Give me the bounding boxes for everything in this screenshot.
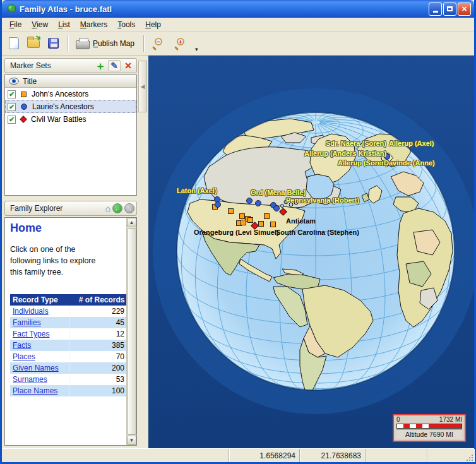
- add-marker-set-button[interactable]: ＋: [94, 60, 107, 71]
- map-circle-marker[interactable]: [215, 201, 221, 208]
- record-table-row: Facts385: [10, 340, 128, 351]
- map-circle-marker[interactable]: [273, 205, 280, 211]
- scroll-up-icon[interactable]: ▲: [127, 218, 136, 227]
- content-area: Marker Sets ＋ ✎ ✕ Title ✔John's Ancestor…: [2, 56, 474, 448]
- minimize-button[interactable]: [429, 3, 442, 16]
- panel-splitter[interactable]: ◀: [137, 56, 148, 448]
- record-type-link[interactable]: Families: [13, 318, 41, 327]
- record-table-row: Surnames53: [10, 374, 128, 385]
- scroll-down-icon[interactable]: ▼: [127, 436, 136, 445]
- map-label: Allerup (Anders Kristian): [304, 150, 386, 157]
- explorer-scrollbar[interactable]: ▲ ▼: [126, 218, 136, 445]
- map-square-marker[interactable]: [264, 213, 270, 219]
- map-square-marker[interactable]: [247, 217, 253, 223]
- record-type-link[interactable]: Fact Types: [13, 330, 49, 338]
- map-circle-marker[interactable]: [255, 200, 261, 206]
- delete-marker-set-button[interactable]: ✕: [122, 60, 134, 71]
- maximize-button[interactable]: [443, 3, 456, 16]
- marker-sets-title: Marker Sets: [10, 61, 93, 70]
- checkbox-icon[interactable]: ✔: [8, 90, 16, 98]
- record-count-value: 12: [69, 328, 127, 340]
- record-table-row: Place Names100: [10, 385, 128, 396]
- home-button[interactable]: ⌂: [105, 203, 110, 213]
- family-explorer-title: Family Explorer: [10, 204, 104, 213]
- open-button[interactable]: [24, 36, 43, 51]
- back-button[interactable]: ←: [112, 203, 122, 213]
- record-type-link[interactable]: Places: [13, 352, 35, 361]
- publish-map-label: Publish Map: [93, 39, 134, 48]
- scrollbar-thumb[interactable]: [127, 228, 136, 435]
- zoom-in-icon: +: [174, 37, 187, 51]
- window-title: Family Atlas - bruce.fatl: [20, 4, 427, 14]
- record-count-value: 385: [69, 340, 127, 351]
- map-label: Sdr. Naera (Soren): [326, 140, 386, 147]
- scale-max-label: 1732 MI: [439, 416, 462, 424]
- marker-set-label: Laurie's Ancestors: [32, 102, 94, 111]
- map-square-marker[interactable]: [241, 220, 246, 225]
- checkbox-icon[interactable]: ✔: [8, 103, 16, 111]
- menu-view[interactable]: View: [27, 18, 53, 31]
- square-marker-icon: [21, 92, 27, 97]
- edit-marker-set-button[interactable]: ✎: [108, 60, 121, 71]
- marker-sets-listbox: Title ✔John's Ancestors✔Laurie's Ancesto…: [4, 74, 137, 196]
- publish-map-button[interactable]: Publish Map: [73, 35, 138, 52]
- record-type-link[interactable]: Individuals: [13, 307, 49, 316]
- record-table-row: Families45: [10, 317, 128, 328]
- toolbar-separator: [143, 35, 145, 52]
- map-square-marker[interactable]: [270, 222, 276, 227]
- record-type-link[interactable]: Facts: [13, 341, 31, 350]
- title-bar[interactable]: Family Atlas - bruce.fatl ✕: [2, 0, 474, 18]
- marker-sets-column-header[interactable]: Title: [5, 75, 136, 88]
- record-type-header: Record Type: [10, 294, 69, 306]
- marker-set-row[interactable]: ✔John's Ancestors: [5, 88, 136, 100]
- record-count-value: 229: [69, 306, 127, 317]
- record-type-link[interactable]: Given Names: [13, 364, 59, 372]
- save-floppy-icon: [48, 38, 59, 49]
- menu-file[interactable]: File: [4, 18, 27, 31]
- map-label: Pennsylvania (Robert): [286, 196, 359, 204]
- record-type-link[interactable]: Place Names: [13, 386, 57, 395]
- status-pane-extra: [366, 449, 427, 462]
- close-button[interactable]: ✕: [458, 3, 471, 16]
- checkbox-icon[interactable]: ✔: [8, 116, 16, 124]
- menu-list[interactable]: List: [53, 18, 75, 31]
- status-longitude-value: 1.6568294: [229, 449, 300, 462]
- map-square-marker[interactable]: [258, 221, 264, 227]
- collapse-panel-button[interactable]: ◀: [138, 61, 147, 112]
- left-panel: Marker Sets ＋ ✎ ✕ Title ✔John's Ancestor…: [2, 56, 137, 448]
- record-type-link[interactable]: Surnames: [13, 375, 47, 384]
- map-square-marker[interactable]: [228, 208, 234, 214]
- status-bar: 1.6568294 21.7638683: [2, 448, 474, 462]
- marker-set-label: Civil War Battles: [31, 115, 86, 124]
- record-count-value: 200: [69, 362, 127, 374]
- menu-tools[interactable]: Tools: [112, 18, 140, 31]
- status-pane-empty: [2, 449, 229, 462]
- map-label: Allerup (Axel): [389, 140, 434, 147]
- save-button[interactable]: [45, 35, 62, 51]
- resize-grip[interactable]: [466, 454, 473, 461]
- toolbar-overflow-arrow-icon[interactable]: ▾: [195, 46, 198, 55]
- map-canvas[interactable]: Sdr. Naera (Soren)Allerup (Axel)Allerup …: [148, 56, 474, 448]
- zoom-out-button[interactable]: −: [148, 34, 169, 53]
- map-circle-marker[interactable]: [246, 198, 253, 204]
- marker-set-label: John's Ancestors: [32, 90, 88, 98]
- explorer-intro-text: Click on one of the following links to e…: [10, 244, 108, 278]
- map-label: Ord (Mena Belle): [251, 189, 306, 196]
- marker-set-row[interactable]: ✔Civil War Battles: [5, 113, 136, 126]
- map-label: Orangeburg (Levi Simuel): [194, 229, 278, 236]
- new-button[interactable]: [6, 35, 22, 52]
- column-title-label: Title: [23, 77, 37, 86]
- record-table-row: Individuals229: [10, 306, 128, 317]
- open-folder-icon: [27, 39, 40, 48]
- map-square-marker[interactable]: [239, 213, 245, 219]
- menu-help[interactable]: Help: [140, 18, 166, 31]
- marker-set-row[interactable]: ✔Laurie's Ancestors: [5, 100, 136, 113]
- record-table-row: Given Names200: [10, 362, 128, 374]
- map-label: Davinde (Anne): [384, 159, 435, 167]
- zoom-in-button[interactable]: +: [170, 34, 191, 53]
- forward-button[interactable]: →: [124, 203, 134, 213]
- scale-min-label: 0: [396, 416, 400, 424]
- map-label: Laton (Axel): [177, 187, 217, 194]
- map-scale-box: 0 1732 MI Altitude 7690 MI: [393, 414, 466, 442]
- menu-markers[interactable]: Markers: [75, 18, 112, 31]
